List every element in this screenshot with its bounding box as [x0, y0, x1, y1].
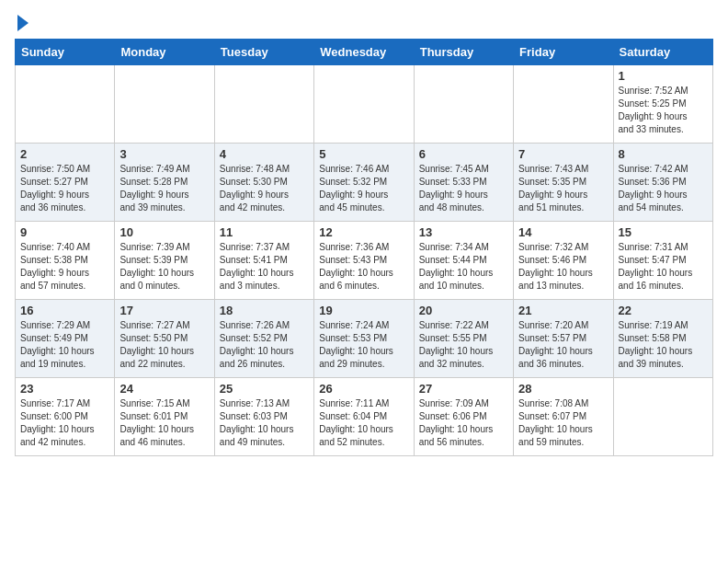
day-info: Sunrise: 7:19 AM Sunset: 5:58 PM Dayligh…	[619, 319, 708, 371]
day-number: 12	[319, 225, 408, 239]
calendar-cell: 6Sunrise: 7:45 AM Sunset: 5:33 PM Daylig…	[414, 144, 513, 222]
day-info: Sunrise: 7:39 AM Sunset: 5:39 PM Dayligh…	[119, 241, 209, 293]
calendar-cell: 14Sunrise: 7:32 AM Sunset: 5:46 PM Dayli…	[514, 222, 613, 300]
day-info: Sunrise: 7:09 AM Sunset: 6:06 PM Dayligh…	[419, 397, 508, 449]
weekday-header-thursday: Thursday	[414, 40, 513, 65]
calendar-cell: 15Sunrise: 7:31 AM Sunset: 5:47 PM Dayli…	[613, 222, 712, 300]
day-info: Sunrise: 7:22 AM Sunset: 5:55 PM Dayligh…	[419, 319, 508, 371]
day-info: Sunrise: 7:34 AM Sunset: 5:44 PM Dayligh…	[419, 241, 508, 293]
day-number: 24	[119, 382, 209, 396]
day-info: Sunrise: 7:17 AM Sunset: 6:00 PM Dayligh…	[20, 397, 109, 449]
calendar-cell	[214, 65, 313, 144]
logo	[15, 15, 28, 31]
calendar-week-row: 23Sunrise: 7:17 AM Sunset: 6:00 PM Dayli…	[16, 378, 713, 456]
weekday-header-friday: Friday	[514, 40, 613, 65]
calendar-cell: 5Sunrise: 7:46 AM Sunset: 5:32 PM Daylig…	[314, 144, 414, 222]
day-number: 19	[319, 304, 408, 317]
weekday-header-wednesday: Wednesday	[314, 40, 414, 65]
day-number: 20	[419, 304, 508, 317]
calendar-cell	[514, 65, 613, 144]
day-number: 27	[419, 382, 508, 396]
day-info: Sunrise: 7:43 AM Sunset: 5:35 PM Dayligh…	[518, 163, 608, 214]
day-info: Sunrise: 7:36 AM Sunset: 5:43 PM Dayligh…	[319, 241, 408, 293]
day-number: 9	[20, 225, 109, 239]
calendar-cell: 3Sunrise: 7:49 AM Sunset: 5:28 PM Daylig…	[115, 144, 214, 222]
calendar-header-row: SundayMondayTuesdayWednesdayThursdayFrid…	[16, 40, 713, 65]
day-number: 21	[518, 304, 608, 317]
day-number: 5	[319, 147, 408, 161]
day-number: 23	[20, 382, 109, 396]
calendar-week-row: 1Sunrise: 7:52 AM Sunset: 5:25 PM Daylig…	[16, 65, 713, 144]
day-info: Sunrise: 7:52 AM Sunset: 5:25 PM Dayligh…	[619, 85, 708, 136]
weekday-header-tuesday: Tuesday	[214, 40, 313, 65]
calendar-cell: 2Sunrise: 7:50 AM Sunset: 5:27 PM Daylig…	[16, 144, 115, 222]
day-info: Sunrise: 7:20 AM Sunset: 5:57 PM Dayligh…	[518, 319, 608, 371]
day-number: 3	[119, 147, 209, 161]
calendar-cell: 25Sunrise: 7:13 AM Sunset: 6:03 PM Dayli…	[214, 378, 313, 456]
calendar-cell: 12Sunrise: 7:36 AM Sunset: 5:43 PM Dayli…	[314, 222, 414, 300]
day-info: Sunrise: 7:48 AM Sunset: 5:30 PM Dayligh…	[220, 163, 309, 214]
calendar-cell: 17Sunrise: 7:27 AM Sunset: 5:50 PM Dayli…	[115, 300, 214, 378]
day-info: Sunrise: 7:50 AM Sunset: 5:27 PM Dayligh…	[20, 163, 109, 214]
day-info: Sunrise: 7:32 AM Sunset: 5:46 PM Dayligh…	[518, 241, 608, 293]
logo-arrow-icon	[17, 15, 28, 31]
day-info: Sunrise: 7:45 AM Sunset: 5:33 PM Dayligh…	[419, 163, 508, 214]
calendar-cell	[16, 65, 115, 144]
calendar-body: 1Sunrise: 7:52 AM Sunset: 5:25 PM Daylig…	[16, 65, 713, 456]
calendar-cell: 16Sunrise: 7:29 AM Sunset: 5:49 PM Dayli…	[16, 300, 115, 378]
day-info: Sunrise: 7:15 AM Sunset: 6:01 PM Dayligh…	[119, 397, 209, 449]
day-number: 11	[220, 225, 309, 239]
day-number: 10	[119, 225, 209, 239]
page-header	[15, 15, 713, 31]
calendar-cell: 23Sunrise: 7:17 AM Sunset: 6:00 PM Dayli…	[16, 378, 115, 456]
day-number: 7	[518, 147, 608, 161]
calendar-cell	[115, 65, 214, 144]
calendar-cell: 27Sunrise: 7:09 AM Sunset: 6:06 PM Dayli…	[414, 378, 513, 456]
day-number: 18	[220, 304, 309, 317]
day-info: Sunrise: 7:42 AM Sunset: 5:36 PM Dayligh…	[619, 163, 708, 214]
day-number: 1	[619, 69, 708, 83]
day-info: Sunrise: 7:13 AM Sunset: 6:03 PM Dayligh…	[220, 397, 309, 449]
calendar-cell: 19Sunrise: 7:24 AM Sunset: 5:53 PM Dayli…	[314, 300, 414, 378]
weekday-header-monday: Monday	[115, 40, 214, 65]
weekday-header-sunday: Sunday	[16, 40, 115, 65]
calendar-week-row: 2Sunrise: 7:50 AM Sunset: 5:27 PM Daylig…	[16, 144, 713, 222]
day-info: Sunrise: 7:40 AM Sunset: 5:38 PM Dayligh…	[20, 241, 109, 293]
calendar-cell	[314, 65, 414, 144]
calendar-cell	[414, 65, 513, 144]
day-info: Sunrise: 7:31 AM Sunset: 5:47 PM Dayligh…	[619, 241, 708, 293]
calendar-cell: 21Sunrise: 7:20 AM Sunset: 5:57 PM Dayli…	[514, 300, 613, 378]
calendar-table: SundayMondayTuesdayWednesdayThursdayFrid…	[15, 39, 713, 456]
day-number: 6	[419, 147, 508, 161]
calendar-cell: 20Sunrise: 7:22 AM Sunset: 5:55 PM Dayli…	[414, 300, 513, 378]
calendar-cell: 24Sunrise: 7:15 AM Sunset: 6:01 PM Dayli…	[115, 378, 214, 456]
day-number: 26	[319, 382, 408, 396]
day-number: 25	[220, 382, 309, 396]
calendar-cell: 10Sunrise: 7:39 AM Sunset: 5:39 PM Dayli…	[115, 222, 214, 300]
day-info: Sunrise: 7:49 AM Sunset: 5:28 PM Dayligh…	[119, 163, 209, 214]
weekday-header-saturday: Saturday	[613, 40, 712, 65]
day-number: 2	[20, 147, 109, 161]
calendar-cell: 18Sunrise: 7:26 AM Sunset: 5:52 PM Dayli…	[214, 300, 313, 378]
calendar-cell: 11Sunrise: 7:37 AM Sunset: 5:41 PM Dayli…	[214, 222, 313, 300]
day-number: 14	[518, 225, 608, 239]
calendar-cell: 7Sunrise: 7:43 AM Sunset: 5:35 PM Daylig…	[514, 144, 613, 222]
calendar-cell: 1Sunrise: 7:52 AM Sunset: 5:25 PM Daylig…	[613, 65, 712, 144]
day-number: 17	[119, 304, 209, 317]
calendar-cell: 8Sunrise: 7:42 AM Sunset: 5:36 PM Daylig…	[613, 144, 712, 222]
day-info: Sunrise: 7:27 AM Sunset: 5:50 PM Dayligh…	[119, 319, 209, 371]
day-info: Sunrise: 7:08 AM Sunset: 6:07 PM Dayligh…	[518, 397, 608, 449]
calendar-cell: 4Sunrise: 7:48 AM Sunset: 5:30 PM Daylig…	[214, 144, 313, 222]
day-number: 15	[619, 225, 708, 239]
calendar-cell: 28Sunrise: 7:08 AM Sunset: 6:07 PM Dayli…	[514, 378, 613, 456]
day-info: Sunrise: 7:24 AM Sunset: 5:53 PM Dayligh…	[319, 319, 408, 371]
day-number: 13	[419, 225, 508, 239]
calendar-cell: 22Sunrise: 7:19 AM Sunset: 5:58 PM Dayli…	[613, 300, 712, 378]
calendar-week-row: 16Sunrise: 7:29 AM Sunset: 5:49 PM Dayli…	[16, 300, 713, 378]
day-number: 22	[619, 304, 708, 317]
day-number: 16	[20, 304, 109, 317]
day-info: Sunrise: 7:37 AM Sunset: 5:41 PM Dayligh…	[220, 241, 309, 293]
calendar-week-row: 9Sunrise: 7:40 AM Sunset: 5:38 PM Daylig…	[16, 222, 713, 300]
day-number: 8	[619, 147, 708, 161]
day-number: 4	[220, 147, 309, 161]
